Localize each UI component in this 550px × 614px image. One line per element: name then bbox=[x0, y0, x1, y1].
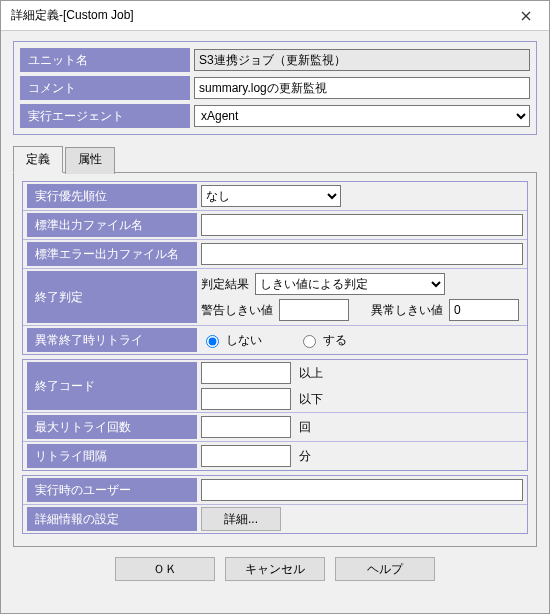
comment-field[interactable] bbox=[194, 77, 530, 99]
titlebar: 詳細定義-[Custom Job] bbox=[1, 1, 549, 31]
judgement-result-select[interactable]: しきい値による判定 bbox=[255, 273, 445, 295]
detail-button[interactable]: 詳細... bbox=[201, 507, 281, 531]
retry-interval-label: リトライ間隔 bbox=[27, 444, 197, 468]
end-code-le-field[interactable] bbox=[201, 388, 291, 410]
tab-strip: 定義 属性 bbox=[13, 145, 537, 173]
cancel-button[interactable]: キャンセル bbox=[225, 557, 325, 581]
judgement-result-label: 判定結果 bbox=[201, 276, 249, 293]
button-bar: ＯＫ キャンセル ヘルプ bbox=[13, 547, 537, 581]
ok-button[interactable]: ＯＫ bbox=[115, 557, 215, 581]
max-retry-label: 最大リトライ回数 bbox=[27, 415, 197, 439]
unit-name-field bbox=[194, 49, 530, 71]
agent-select[interactable]: xAgent bbox=[194, 105, 530, 127]
exec-user-field[interactable] bbox=[201, 479, 523, 501]
detail-settings-label: 詳細情報の設定 bbox=[27, 507, 197, 531]
header-panel: ユニット名 コメント 実行エージェント xAgent bbox=[13, 41, 537, 135]
agent-label: 実行エージェント bbox=[20, 104, 190, 128]
end-judgement-label: 終了判定 bbox=[27, 271, 197, 323]
retry-on-abend-label: 異常終了時リトライ bbox=[27, 328, 197, 352]
error-threshold-label: 異常しきい値 bbox=[371, 302, 443, 319]
warn-threshold-label: 警告しきい値 bbox=[201, 302, 273, 319]
retry-interval-field[interactable] bbox=[201, 445, 291, 467]
stderr-file-label: 標準エラー出力ファイル名 bbox=[27, 242, 197, 266]
error-threshold-field[interactable] bbox=[449, 299, 519, 321]
group-basic: 実行優先順位 なし 標準出力ファイル名 標準エラー出力ファイル名 bbox=[22, 181, 528, 355]
interval-unit: 分 bbox=[299, 448, 311, 465]
retry-yes-text: する bbox=[323, 332, 347, 349]
ge-text: 以上 bbox=[299, 365, 323, 382]
retry-unit: 回 bbox=[299, 419, 311, 436]
help-button[interactable]: ヘルプ bbox=[335, 557, 435, 581]
max-retry-field[interactable] bbox=[201, 416, 291, 438]
warn-threshold-field[interactable] bbox=[279, 299, 349, 321]
group-retry: 終了コード 以上 以下 最大リトライ回数 bbox=[22, 359, 528, 471]
end-code-ge-field[interactable] bbox=[201, 362, 291, 384]
unit-name-label: ユニット名 bbox=[20, 48, 190, 72]
window-title: 詳細定義-[Custom Job] bbox=[11, 7, 511, 24]
stdout-file-label: 標準出力ファイル名 bbox=[27, 213, 197, 237]
content-area: ユニット名 コメント 実行エージェント xAgent 定義 属性 実行 bbox=[1, 31, 549, 589]
retry-no-input[interactable] bbox=[206, 335, 219, 348]
retry-no-text: しない bbox=[226, 332, 262, 349]
end-code-label: 終了コード bbox=[27, 362, 197, 410]
stdout-file-field[interactable] bbox=[201, 214, 523, 236]
retry-yes-input[interactable] bbox=[303, 335, 316, 348]
exec-user-label: 実行時のユーザー bbox=[27, 478, 197, 502]
tab-body-definition: 実行優先順位 なし 標準出力ファイル名 標準エラー出力ファイル名 bbox=[13, 173, 537, 547]
priority-label: 実行優先順位 bbox=[27, 184, 197, 208]
close-icon bbox=[521, 11, 531, 21]
priority-select[interactable]: なし bbox=[201, 185, 341, 207]
close-button[interactable] bbox=[511, 5, 541, 27]
retry-yes-radio[interactable]: する bbox=[298, 332, 347, 349]
tab-attributes[interactable]: 属性 bbox=[65, 147, 115, 174]
stderr-file-field[interactable] bbox=[201, 243, 523, 265]
group-user: 実行時のユーザー 詳細情報の設定 詳細... bbox=[22, 475, 528, 534]
dialog-window: 詳細定義-[Custom Job] ユニット名 コメント 実行エージェント xA… bbox=[0, 0, 550, 614]
le-text: 以下 bbox=[299, 391, 323, 408]
comment-label: コメント bbox=[20, 76, 190, 100]
retry-no-radio[interactable]: しない bbox=[201, 332, 262, 349]
tab-definition[interactable]: 定義 bbox=[13, 146, 63, 173]
